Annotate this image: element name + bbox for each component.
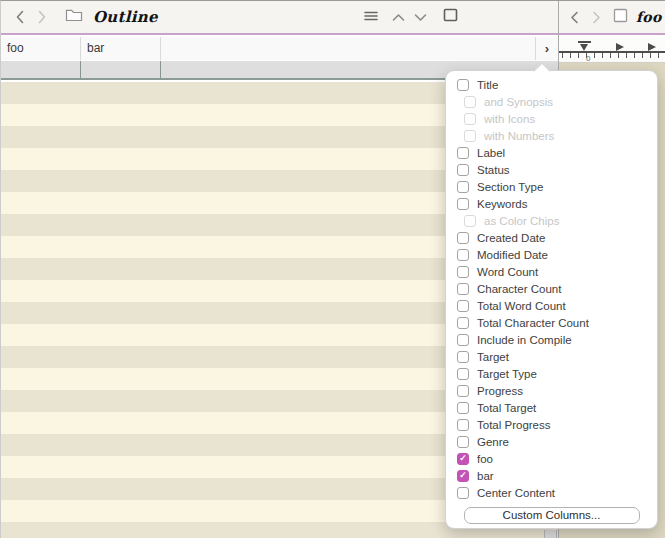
outline-column-header: foo bar › — [1, 37, 558, 60]
column-menu-item-label: Keywords — [477, 198, 528, 210]
chevron-left-icon — [570, 11, 579, 24]
column-menu-item-label: Word Count — [477, 266, 538, 278]
checkbox — [457, 419, 469, 431]
column-menu-item[interactable]: Total Target — [446, 399, 657, 416]
tab-stop-marker[interactable] — [616, 43, 624, 51]
column-menu-item[interactable]: Created Date — [446, 229, 657, 246]
folder-icon[interactable] — [65, 8, 83, 26]
expand-all-icon[interactable] — [414, 8, 427, 26]
checkbox — [464, 96, 476, 108]
chevron-right-icon — [37, 10, 47, 24]
tab-stop-marker[interactable] — [648, 43, 656, 51]
checkbox — [457, 164, 469, 176]
checkbox: ✓ — [457, 453, 469, 465]
right-pane-header: foo — [558, 1, 665, 33]
column-menu-item-label: as Color Chips — [484, 215, 559, 227]
subheader-cell — [1, 61, 81, 78]
column-menu-item-label: Character Count — [477, 283, 561, 295]
menu-icon[interactable] — [364, 8, 378, 26]
checkbox — [457, 368, 469, 380]
column-menu-item-label: Modified Date — [477, 249, 548, 261]
column-menu-item-label: Total Progress — [477, 419, 551, 431]
column-menu-item[interactable]: Include in Compile — [446, 331, 657, 348]
column-menu-item[interactable]: Keywords — [446, 195, 657, 212]
column-menu-item-label: Center Content — [477, 487, 555, 499]
left-pane-header: Outline — [1, 1, 558, 33]
column-menu-item[interactable]: ✓ foo — [446, 450, 657, 467]
checkbox — [457, 147, 469, 159]
checkbox — [457, 181, 469, 193]
column-menu-item[interactable]: Character Count — [446, 280, 657, 297]
right-pane-title: foo — [636, 9, 662, 25]
column-menu-item-label: and Synopsis — [484, 96, 553, 108]
columns-menu-list: Title and Synopsis with Icons with Numbe… — [446, 71, 657, 501]
column-menu-item[interactable]: Target Type — [446, 365, 657, 382]
column-menu-item-label: Include in Compile — [477, 334, 572, 346]
checkbox: ✓ — [457, 470, 469, 482]
column-menu-item[interactable]: with Icons — [446, 110, 657, 127]
column-menu-item-label: bar — [477, 470, 494, 482]
checkbox — [457, 79, 469, 91]
column-header-bar[interactable]: bar — [81, 37, 161, 60]
checkbox — [457, 198, 469, 210]
column-menu-item[interactable]: Modified Date — [446, 246, 657, 263]
column-header-filler — [161, 37, 536, 60]
column-menu-item-label: Total Word Count — [477, 300, 566, 312]
column-menu-item[interactable]: Progress — [446, 382, 657, 399]
column-menu-item[interactable]: Genre — [446, 433, 657, 450]
checkbox — [457, 487, 469, 499]
checkbox — [464, 215, 476, 227]
forward-button[interactable] — [31, 6, 53, 28]
text-ruler[interactable]: 0 — [559, 37, 665, 63]
column-menu-item[interactable]: with Numbers — [446, 127, 657, 144]
app-window: Outline — [0, 0, 665, 538]
column-menu-item[interactable]: Title — [446, 76, 657, 93]
checkbox — [457, 402, 469, 414]
right-back-button[interactable] — [563, 6, 585, 28]
right-forward-button[interactable] — [585, 6, 607, 28]
column-menu-item-label: with Numbers — [484, 130, 554, 142]
column-menu-item[interactable]: as Color Chips — [446, 212, 657, 229]
checkbox — [457, 283, 469, 295]
column-menu-item[interactable]: Total Character Count — [446, 314, 657, 331]
custom-columns-button[interactable]: Custom Columns... — [464, 507, 640, 524]
column-menu-item[interactable]: Target — [446, 348, 657, 365]
column-menu-item-label: Progress — [477, 385, 523, 397]
column-menu-item[interactable]: ✓ bar — [446, 467, 657, 484]
outline-vertical-scrollbar[interactable] — [544, 530, 557, 538]
checkbox — [457, 385, 469, 397]
column-header-foo[interactable]: foo — [1, 37, 81, 60]
checkbox — [457, 232, 469, 244]
column-menu-item-label: Genre — [477, 436, 509, 448]
checkbox — [457, 436, 469, 448]
column-menu-item[interactable]: Total Progress — [446, 416, 657, 433]
columns-popover: Title and Synopsis with Icons with Numbe… — [445, 70, 658, 529]
column-menu-item-label: Section Type — [477, 181, 543, 193]
column-menu-item[interactable]: Label — [446, 144, 657, 161]
checkbox — [457, 266, 469, 278]
ruler-ticks — [562, 53, 665, 58]
first-line-indent-marker[interactable] — [578, 41, 591, 51]
column-menu-item-label: Title — [477, 79, 498, 91]
checkbox — [457, 334, 469, 346]
checkbox — [464, 130, 476, 142]
column-menu-item-label: Label — [477, 147, 505, 159]
editor-header: Outline — [1, 1, 665, 35]
column-menu-item-label: Status — [477, 164, 510, 176]
ruler-origin-label: 0 — [586, 54, 590, 63]
column-menu-item[interactable]: Center Content — [446, 484, 657, 501]
chevron-left-icon — [15, 10, 25, 24]
column-options-button[interactable]: › — [536, 37, 558, 60]
group-view-icon[interactable] — [443, 8, 458, 26]
document-icon[interactable] — [613, 8, 628, 27]
column-menu-item-label: with Icons — [484, 113, 535, 125]
checkbox — [457, 300, 469, 312]
column-menu-item[interactable]: Total Word Count — [446, 297, 657, 314]
back-button[interactable] — [9, 6, 31, 28]
column-menu-item[interactable]: Word Count — [446, 263, 657, 280]
column-menu-item[interactable]: Status — [446, 161, 657, 178]
column-menu-item-label: Target — [477, 351, 509, 363]
column-menu-item[interactable]: and Synopsis — [446, 93, 657, 110]
collapse-all-icon[interactable] — [392, 8, 405, 26]
column-menu-item[interactable]: Section Type — [446, 178, 657, 195]
